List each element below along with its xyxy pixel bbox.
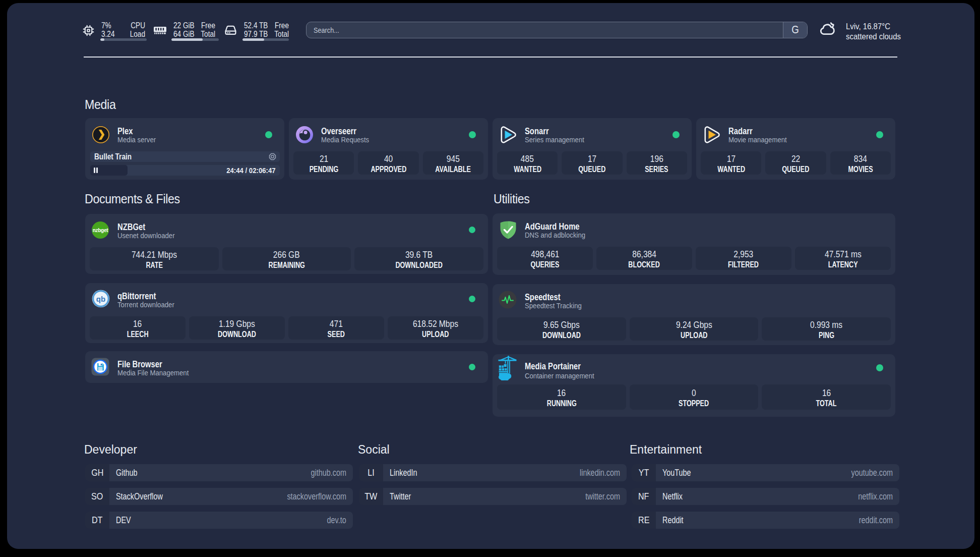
svg-text:qb: qb xyxy=(96,295,105,303)
svg-text:nzbget: nzbget xyxy=(93,228,108,233)
